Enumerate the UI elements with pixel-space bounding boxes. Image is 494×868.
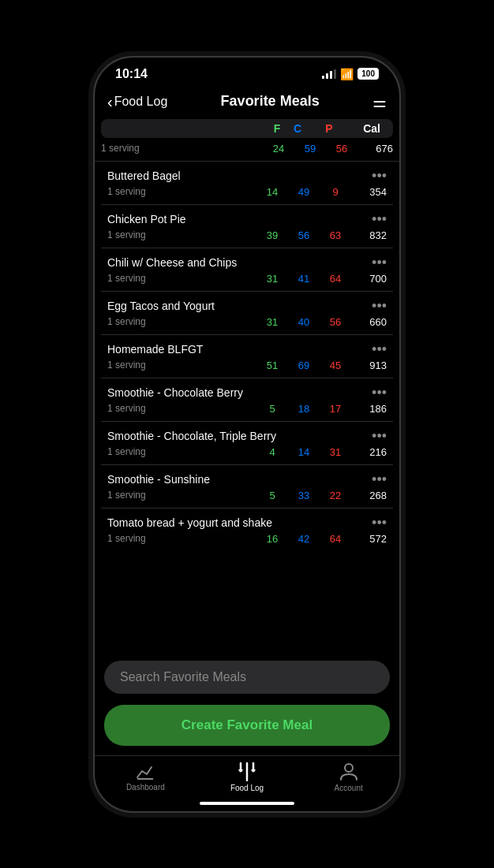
meal-item[interactable]: Chicken Pot Pie ••• 1 serving 39 56 63 8… <box>101 205 393 248</box>
meal-serving: 1 serving <box>107 359 256 371</box>
nav-item-dashboard[interactable]: Dashboard <box>95 763 196 792</box>
meal-name: Chicken Pot Pie <box>107 213 365 225</box>
meal-fat: 39 <box>256 229 288 241</box>
search-placeholder: Search Favorite Meals <box>120 670 246 684</box>
meal-protein: 31 <box>320 446 351 458</box>
meal-item[interactable]: Smoothie - Sunshine ••• 1 serving 5 33 2… <box>101 465 393 509</box>
meal-serving: 1 serving <box>107 186 256 197</box>
meal-fat: 14 <box>256 186 288 198</box>
bottom-nav: Dashboard Food Log <box>95 755 399 795</box>
meal-carbs: 41 <box>288 273 320 285</box>
signal-icon <box>322 69 336 79</box>
col-c-header: C <box>282 122 313 135</box>
meal-calories: 700 <box>351 273 387 285</box>
meal-options-button[interactable]: ••• <box>365 211 387 228</box>
nav-label-dashboard: Dashboard <box>126 783 165 792</box>
meal-calories: 268 <box>351 490 387 501</box>
meal-item[interactable]: Smoothie - Chocolate Berry ••• 1 serving… <box>101 378 393 422</box>
back-label: Food Log <box>114 95 168 109</box>
meal-serving: 1 serving <box>107 403 256 414</box>
meal-item[interactable]: Smoothie - Chocolate, Triple Berry ••• 1… <box>101 422 393 465</box>
status-icons: 📶 100 <box>322 68 379 80</box>
first-meal-item: 1 serving 24 59 56 676 <box>95 140 399 162</box>
meal-carbs: 69 <box>288 359 320 371</box>
meal-name: Smoothie - Chocolate Berry <box>107 386 365 399</box>
first-item-c: 59 <box>294 143 326 155</box>
meal-item[interactable]: Tomato bread + yogurt and shake ••• 1 se… <box>101 509 393 551</box>
nav-item-account[interactable]: Account <box>298 762 399 792</box>
meal-options-button[interactable]: ••• <box>365 515 387 531</box>
home-bar <box>200 802 294 805</box>
meals-list: Buttered Bagel ••• 1 serving 14 49 9 354… <box>95 162 399 654</box>
meal-serving: 1 serving <box>107 446 256 457</box>
meal-protein: 64 <box>320 273 351 285</box>
meal-protein: 64 <box>320 533 351 545</box>
meal-options-button[interactable]: ••• <box>365 255 387 271</box>
meal-name: Smoothie - Sunshine <box>107 473 365 486</box>
meal-serving: 1 serving <box>107 273 256 284</box>
meal-serving: 1 serving <box>107 490 256 501</box>
phone-container: 10:14 📶 100 ‹ <box>0 0 494 868</box>
meal-name: Buttered Bagel <box>107 170 365 182</box>
first-item-cal: 676 <box>357 143 393 155</box>
meal-fat: 51 <box>256 359 288 371</box>
meal-fat: 5 <box>256 490 288 501</box>
meal-calories: 660 <box>351 316 387 328</box>
meal-item[interactable]: Chili w/ Cheese and Chips ••• 1 serving … <box>101 248 393 292</box>
meal-options-button[interactable]: ••• <box>365 341 387 358</box>
status-bar: 10:14 📶 100 <box>95 58 399 86</box>
nav-label-account: Account <box>335 784 363 792</box>
home-indicator <box>95 795 399 811</box>
create-button-container: Create Favorite Meal <box>95 700 399 755</box>
meal-serving: 1 serving <box>107 533 256 544</box>
col-f-header: F <box>274 122 281 135</box>
meal-carbs: 42 <box>288 533 320 545</box>
meal-options-button[interactable]: ••• <box>365 385 387 401</box>
meal-name: Chili w/ Cheese and Chips <box>107 256 365 269</box>
search-bar[interactable]: Search Favorite Meals <box>104 661 390 694</box>
meal-fat: 31 <box>256 273 288 285</box>
meal-item[interactable]: Homemade BLFGT ••• 1 serving 51 69 45 91… <box>101 335 393 378</box>
meal-calories: 572 <box>351 533 387 545</box>
meal-options-button[interactable]: ••• <box>365 471 387 488</box>
nav-label-food-log: Food Log <box>230 784 264 792</box>
first-item-f: 24 <box>263 143 294 155</box>
meal-fat: 4 <box>256 446 288 458</box>
col-p-header: P <box>313 122 345 135</box>
filter-icon[interactable]: ⚌ <box>372 92 387 111</box>
search-container: Search Favorite Meals <box>95 654 399 700</box>
create-button-label: Create Favorite Meal <box>182 717 312 732</box>
account-icon <box>340 762 357 781</box>
battery-indicator: 100 <box>357 68 379 80</box>
create-favorite-meal-button[interactable]: Create Favorite Meal <box>104 705 390 746</box>
meal-name: Egg Tacos and Yogurt <box>107 300 365 312</box>
meal-carbs: 14 <box>288 446 320 458</box>
page-title: Favorite Meals <box>221 93 320 110</box>
wifi-icon: 📶 <box>340 68 354 80</box>
meal-name: Homemade BLFGT <box>107 343 365 356</box>
meal-name: Tomato bread + yogurt and shake <box>107 516 365 529</box>
meal-item[interactable]: Egg Tacos and Yogurt ••• 1 serving 31 40… <box>101 292 393 335</box>
meal-options-button[interactable]: ••• <box>365 428 387 445</box>
meal-options-button[interactable]: ••• <box>365 168 387 184</box>
svg-point-4 <box>345 764 353 772</box>
nav-item-food-log[interactable]: Food Log <box>196 762 298 792</box>
back-button[interactable]: ‹ Food Log <box>107 94 167 110</box>
meal-serving: 1 serving <box>107 229 256 240</box>
first-item-p: 56 <box>326 143 357 155</box>
meal-calories: 832 <box>351 229 387 241</box>
meal-protein: 56 <box>320 316 351 328</box>
meal-protein: 63 <box>320 229 351 241</box>
first-item-serving: 1 serving <box>101 143 263 154</box>
dashboard-icon <box>136 763 155 780</box>
col-cal-header: Cal <box>345 122 380 135</box>
meal-calories: 913 <box>351 359 387 371</box>
meal-protein: 45 <box>320 359 351 371</box>
meal-name: Smoothie - Chocolate, Triple Berry <box>107 430 365 442</box>
device-frame: 10:14 📶 100 ‹ <box>93 56 401 813</box>
meal-options-button[interactable]: ••• <box>365 298 387 315</box>
meal-fat: 5 <box>256 403 288 415</box>
status-time: 10:14 <box>115 67 148 81</box>
screen: 10:14 📶 100 ‹ <box>95 58 399 811</box>
meal-item[interactable]: Buttered Bagel ••• 1 serving 14 49 9 354 <box>101 162 393 205</box>
